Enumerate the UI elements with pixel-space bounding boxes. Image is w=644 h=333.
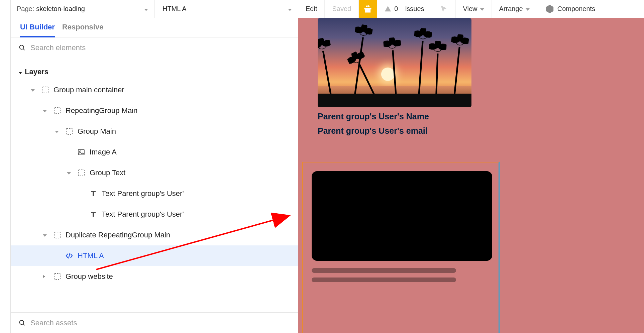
text-user-email[interactable]: Parent group's User's email xyxy=(318,126,485,136)
svg-rect-8 xyxy=(54,232,60,238)
page-selector-prefix: Page: xyxy=(17,5,34,13)
chevron-down-icon[interactable] xyxy=(67,170,73,176)
svg-rect-2 xyxy=(42,87,48,93)
group-icon xyxy=(77,169,86,177)
node-text-name[interactable]: Text Parent group's User' xyxy=(11,183,298,204)
svg-rect-3 xyxy=(54,108,60,114)
topbar: Page: skeleton-loading HTML A xyxy=(11,0,298,18)
layers-tree: Layers Group main container RepeatingGro… xyxy=(11,58,298,312)
cube-icon xyxy=(545,4,555,14)
saved-status: Saved xyxy=(325,0,359,18)
text-icon xyxy=(89,189,98,198)
group-icon xyxy=(53,106,62,115)
search-elements[interactable] xyxy=(11,37,298,58)
search-icon xyxy=(19,44,26,51)
chevron-down-icon xyxy=(288,5,292,13)
svg-point-10 xyxy=(20,320,24,324)
warning-icon xyxy=(384,5,392,13)
group-icon xyxy=(53,231,62,239)
image-a-preview[interactable] xyxy=(318,18,471,107)
layers-heading[interactable]: Layers xyxy=(11,64,298,80)
text-icon xyxy=(89,210,98,219)
canvas[interactable]: Parent group's User's Name Parent group'… xyxy=(298,18,644,333)
image-icon xyxy=(77,148,86,156)
svg-rect-7 xyxy=(78,170,84,176)
element-selector[interactable]: HTML A xyxy=(154,0,298,18)
group-icon xyxy=(65,127,74,136)
page-selector[interactable]: Page: skeleton-loading xyxy=(11,0,154,18)
node-repeating-group-main[interactable]: RepeatingGroup Main xyxy=(11,100,298,121)
svg-rect-5 xyxy=(78,149,84,155)
html-icon xyxy=(65,251,74,260)
node-image-a[interactable]: Image A xyxy=(11,142,298,162)
edit-button[interactable]: Edit xyxy=(298,0,325,18)
chevron-down-icon xyxy=(526,6,530,12)
cursor-icon xyxy=(439,5,448,13)
element-selector-value: HTML A xyxy=(163,5,187,13)
svg-rect-9 xyxy=(54,273,60,280)
canvas-toolbar: Edit Saved 0 issues View Arrange Compone… xyxy=(298,0,644,18)
node-text-email[interactable]: Text Parent group's User' xyxy=(11,204,298,225)
svg-line-11 xyxy=(23,324,24,325)
cursor-tool[interactable] xyxy=(432,0,456,18)
chevron-down-icon[interactable] xyxy=(43,232,49,238)
sidebar: Page: skeleton-loading HTML A UI Builder… xyxy=(11,0,298,333)
node-group-main-container[interactable]: Group main container xyxy=(11,80,298,100)
chevron-down-icon xyxy=(144,5,148,13)
page-selector-value: skeleton-loading xyxy=(36,5,85,13)
search-icon xyxy=(19,319,26,327)
skeleton-line xyxy=(312,268,456,273)
text-user-name[interactable]: Parent group's User's Name xyxy=(318,112,485,121)
chevron-down-icon xyxy=(480,6,484,12)
view-menu[interactable]: View xyxy=(456,0,492,18)
components-button[interactable]: Components xyxy=(537,0,603,18)
chevron-down-icon[interactable] xyxy=(43,108,49,113)
node-duplicate-rg[interactable]: Duplicate RepeatingGroup Main xyxy=(11,225,298,245)
caret-down-icon xyxy=(19,68,22,76)
node-html-a[interactable]: HTML A xyxy=(11,245,298,266)
node-group-website[interactable]: Group website xyxy=(11,266,298,287)
html-a-element[interactable] xyxy=(302,162,500,333)
node-group-text[interactable]: Group Text xyxy=(11,162,298,183)
svg-rect-4 xyxy=(66,128,72,134)
search-assets[interactable] xyxy=(11,312,298,333)
search-elements-input[interactable] xyxy=(30,43,290,52)
canvas-wrap: Edit Saved 0 issues View Arrange Compone… xyxy=(298,0,644,333)
arrange-menu[interactable]: Arrange xyxy=(492,0,537,18)
search-assets-input[interactable] xyxy=(30,319,290,327)
skeleton-line xyxy=(312,278,456,282)
card-user[interactable]: Parent group's User's Name Parent group'… xyxy=(318,18,485,136)
chevron-down-icon[interactable] xyxy=(31,87,37,93)
svg-line-1 xyxy=(23,48,24,50)
skeleton-image xyxy=(312,171,492,261)
gift-icon[interactable] xyxy=(359,0,377,18)
panel-tabs: UI Builder Responsive xyxy=(11,18,298,37)
tab-responsive[interactable]: Responsive xyxy=(62,23,104,36)
left-rail xyxy=(0,0,11,333)
node-group-main[interactable]: Group Main xyxy=(11,121,298,142)
group-icon xyxy=(41,86,49,94)
tab-ui-builder[interactable]: UI Builder xyxy=(20,23,55,37)
svg-point-0 xyxy=(20,45,24,49)
group-icon xyxy=(53,272,62,281)
caret-right-icon[interactable] xyxy=(43,274,49,279)
issues-button[interactable]: 0 issues xyxy=(377,0,432,18)
chevron-down-icon[interactable] xyxy=(55,129,61,134)
